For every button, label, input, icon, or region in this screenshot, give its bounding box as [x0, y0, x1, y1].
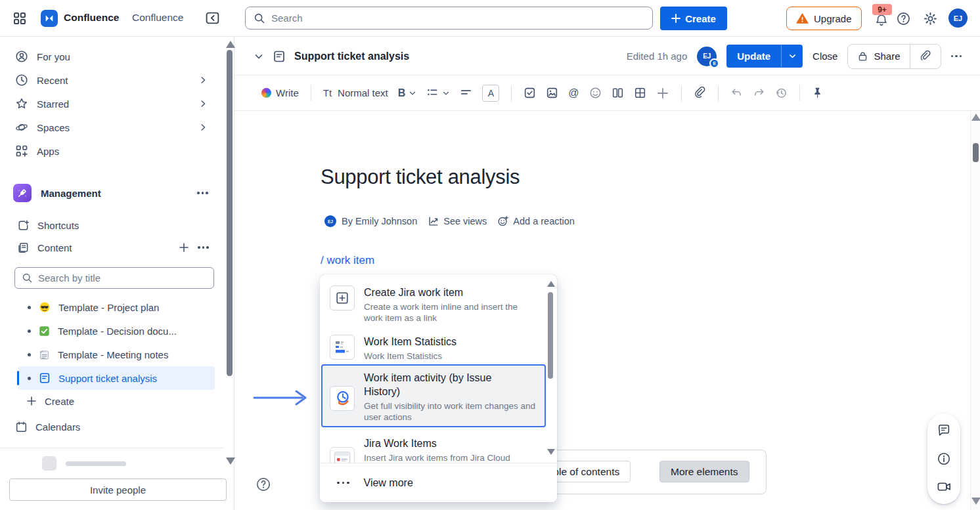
info-icon[interactable] [937, 452, 951, 466]
content-more-icon[interactable] [198, 246, 209, 249]
page-tree-item-selected[interactable]: Support ticket analysis [18, 366, 215, 390]
page-more-icon[interactable] [951, 55, 962, 58]
image-button[interactable] [546, 87, 558, 99]
comments-icon[interactable] [937, 423, 951, 438]
undo-button[interactable] [730, 87, 743, 99]
partially-hidden-item [42, 456, 224, 471]
chevron-right-icon[interactable] [198, 123, 208, 132]
page-tree-item[interactable]: Template - Project plan [18, 295, 215, 319]
notifications-bell-icon[interactable] [874, 13, 889, 28]
green-check-emoji-icon [39, 326, 50, 337]
chevron-right-icon[interactable] [198, 75, 208, 85]
user-avatar[interactable]: EJ [948, 9, 968, 28]
help-icon[interactable] [896, 11, 911, 26]
invite-people-button[interactable]: Invite people [9, 478, 227, 501]
share-button[interactable]: Share [848, 45, 909, 68]
chevron-down-icon[interactable] [254, 51, 264, 62]
edited-timestamp[interactable]: Edited 1h ago [627, 51, 688, 62]
chevron-right-icon[interactable] [198, 99, 208, 108]
sidebar-item-shortcuts[interactable]: Shortcuts [0, 214, 224, 236]
sidebar-item-content[interactable]: Content [0, 236, 224, 259]
view-more-button[interactable]: View more [320, 463, 557, 502]
global-search[interactable] [245, 7, 653, 30]
write-label: Write [276, 87, 299, 98]
tree-create-button[interactable]: Create [0, 390, 224, 412]
sidebar-item-starred[interactable]: Starred [0, 92, 224, 116]
space-more-icon[interactable] [197, 192, 208, 194]
option-description: Insert Jira work items from Jira Cloud [364, 452, 543, 463]
update-button[interactable]: Update [726, 45, 781, 68]
sidebar-scroll-up[interactable] [226, 41, 235, 48]
upgrade-button[interactable]: Upgrade [786, 7, 862, 30]
content-search-input[interactable] [38, 272, 207, 284]
history-button[interactable] [775, 87, 788, 99]
editor-toolbar: Write Tt Normal text B A @ [234, 75, 980, 111]
add-reaction-button[interactable]: Add a reaction [497, 215, 575, 227]
sidebar-item-apps[interactable]: Apps [0, 139, 224, 163]
main-scroll-down[interactable] [971, 498, 980, 505]
byline-author[interactable]: By Emily Johnson [342, 216, 417, 226]
space-header-management[interactable]: Management [0, 181, 224, 205]
app-switcher-icon[interactable] [13, 12, 26, 25]
dropdown-scroll-up[interactable] [547, 281, 555, 287]
bullet-list-icon [426, 87, 439, 99]
statistics-chart-icon [330, 335, 355, 360]
text-color-button[interactable]: A [482, 85, 499, 102]
content-pages-icon [17, 242, 30, 254]
sidebar-scroll-down[interactable] [226, 457, 235, 465]
table-button[interactable] [634, 87, 646, 99]
sidebar-item-recent[interactable]: Recent [0, 68, 224, 92]
emoji-button[interactable] [589, 87, 602, 99]
confluence-logo-icon[interactable] [41, 10, 58, 27]
editor-help-icon[interactable] [256, 477, 271, 492]
insert-plus-button[interactable] [656, 87, 669, 100]
option-title: Jira Work Items [364, 436, 543, 450]
slash-command-text[interactable]: / work item [321, 254, 374, 267]
redo-button[interactable] [753, 87, 765, 99]
document-title[interactable]: Support ticket analysis [321, 165, 520, 189]
dropdown-item-work-item-activity-highlighted[interactable]: Work item activity (by Issue History) Ge… [330, 371, 539, 423]
content-search[interactable] [14, 267, 214, 289]
main-scrollbar-thumb[interactable] [973, 143, 979, 162]
video-camera-icon[interactable] [937, 479, 952, 494]
main-scroll-up[interactable] [971, 114, 980, 121]
copy-link-button[interactable] [910, 45, 941, 68]
ai-write-button[interactable]: Write [261, 87, 299, 98]
main-scrollbar[interactable] [970, 112, 980, 510]
text-style-selector[interactable]: Tt Normal text [323, 87, 388, 98]
sidebar-scrollbar-thumb[interactable] [227, 50, 233, 376]
align-button[interactable] [460, 87, 472, 99]
sidebar-item-calendars[interactable]: Calendars [0, 415, 224, 438]
mention-button[interactable]: @ [568, 87, 579, 99]
sunglasses-emoji-icon [39, 301, 51, 313]
slash-command-dropdown: Create Jira work item Create a work item… [320, 274, 557, 502]
page-tree-item[interactable]: Template - Decision docu... [18, 319, 215, 343]
settings-gear-icon[interactable] [923, 11, 938, 26]
sidebar-item-for-you[interactable]: For you [0, 45, 224, 68]
sidebar-item-spaces[interactable]: Spaces [0, 116, 224, 139]
dropdown-scroll-down[interactable] [547, 449, 555, 455]
update-dropdown-button[interactable] [781, 45, 803, 68]
bold-button[interactable]: B [398, 87, 417, 99]
link-button[interactable] [694, 87, 706, 99]
sidebar-label: Starred [37, 98, 69, 110]
layouts-button[interactable] [612, 87, 624, 99]
add-content-icon[interactable] [179, 242, 189, 253]
collaborator-avatars[interactable]: EJ E [697, 47, 717, 66]
pin-toolbar-icon[interactable] [812, 87, 823, 99]
see-views-button[interactable]: See views [428, 215, 487, 227]
dropdown-scrollbar-thumb[interactable] [548, 292, 553, 379]
dropdown-item-create-jira-work-item[interactable]: Create Jira work item Create a work item… [330, 286, 543, 324]
collapse-sidebar-icon[interactable] [205, 11, 220, 26]
create-button[interactable]: Create [660, 7, 727, 30]
search-input[interactable] [271, 12, 644, 24]
author-avatar[interactable]: EJ [324, 215, 336, 227]
action-item-button[interactable] [523, 87, 536, 99]
dropdown-item-work-item-statistics[interactable]: Work Item Statistics Work Item Statistic… [330, 335, 543, 362]
more-elements-button[interactable]: More elements [659, 461, 749, 482]
issue-history-clock-icon [330, 386, 355, 411]
share-label: Share [874, 51, 900, 62]
list-button[interactable] [426, 87, 450, 99]
page-tree-item[interactable]: Template - Meeting notes [18, 343, 215, 366]
close-button[interactable]: Close [813, 51, 837, 62]
